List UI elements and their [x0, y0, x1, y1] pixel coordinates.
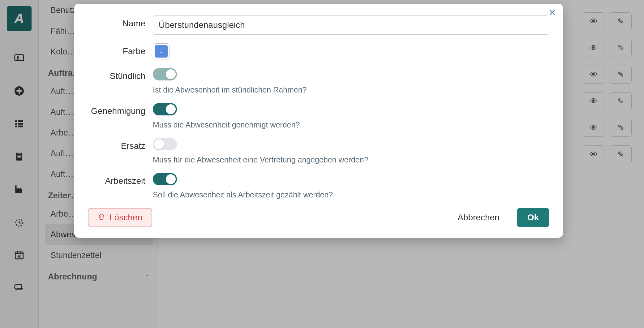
hourly-help: Ist die Abwesenheit im stündlichen Rahme…: [153, 85, 549, 94]
worktime-help: Soll die Abwesenheit als Arbeitszeit gez…: [153, 190, 549, 199]
color-picker-button[interactable]: ⌄: [153, 43, 170, 59]
cancel-button[interactable]: Abbrechen: [448, 208, 509, 227]
field-hourly: Stündlich Ist die Abwesenheit im stündli…: [88, 68, 549, 94]
cancel-label: Abbrechen: [457, 213, 499, 222]
ok-button[interactable]: Ok: [517, 208, 549, 227]
chevron-down-icon: ⌄: [159, 48, 164, 55]
field-name: Name: [88, 15, 549, 35]
approval-help: Muss die Abwesenheit genehmigt werden?: [153, 120, 549, 129]
field-substitute: Ersatz Muss für die Abwesenheit eine Ver…: [88, 138, 549, 164]
color-label: Farbe: [88, 43, 153, 56]
edit-absence-modal: ✕ Name Farbe ⌄ Stündlich Ist die Abwesen…: [74, 4, 563, 238]
field-approval: Genehmigung Muss die Abwesenheit genehmi…: [88, 103, 549, 129]
hourly-label: Stündlich: [88, 68, 153, 81]
ok-label: Ok: [527, 213, 539, 222]
substitute-label: Ersatz: [88, 138, 153, 151]
substitute-toggle[interactable]: [153, 138, 177, 150]
worktime-label: Arbeitszeit: [88, 173, 153, 186]
field-worktime: Arbeitszeit Soll die Abwesenheit als Arb…: [88, 173, 549, 199]
modal-footer: Löschen Abbrechen Ok: [88, 208, 549, 227]
approval-toggle[interactable]: [153, 103, 177, 115]
approval-label: Genehmigung: [88, 103, 153, 116]
name-input[interactable]: [153, 15, 549, 35]
close-button[interactable]: ✕: [548, 8, 556, 17]
field-color: Farbe ⌄: [88, 43, 549, 59]
hourly-toggle[interactable]: [153, 68, 177, 80]
worktime-toggle[interactable]: [153, 173, 177, 185]
name-label: Name: [88, 15, 153, 28]
delete-label: Löschen: [109, 213, 142, 222]
close-icon: ✕: [548, 7, 556, 18]
color-swatch: ⌄: [155, 45, 168, 58]
substitute-help: Muss für die Abwesenheit eine Vertretung…: [153, 155, 549, 164]
trash-icon: [98, 213, 105, 223]
delete-button[interactable]: Löschen: [88, 208, 152, 227]
